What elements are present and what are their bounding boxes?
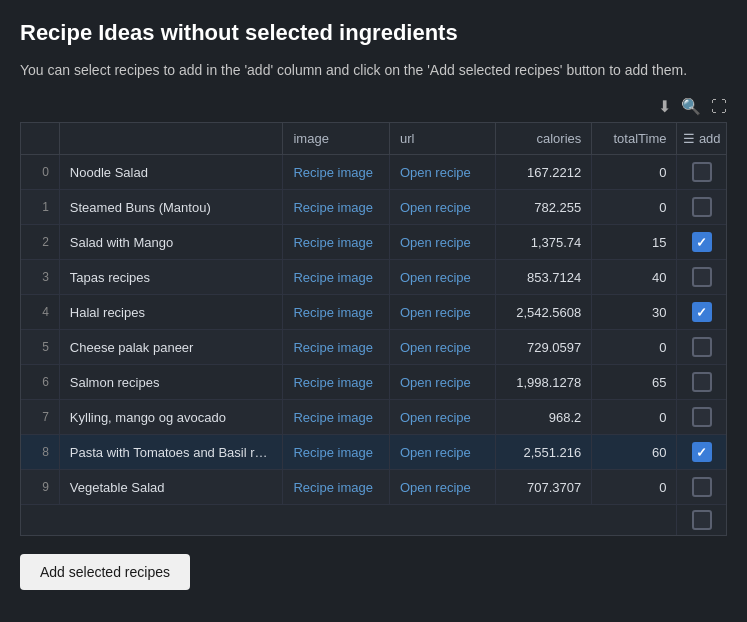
table-row: 0Noodle SaladRecipe imageOpen recipe167.… — [21, 155, 726, 190]
cell-url[interactable]: Open recipe — [389, 155, 495, 190]
recipes-table-wrapper: image url calories totalTime ☰ add 0Nood… — [20, 122, 727, 536]
col-header-image: image — [283, 123, 389, 155]
cell-image[interactable]: Recipe image — [283, 400, 389, 435]
cell-image[interactable]: Recipe image — [283, 365, 389, 400]
cell-index: 2 — [21, 225, 59, 260]
recipe-image-link[interactable]: Recipe image — [293, 340, 373, 355]
cell-url[interactable]: Open recipe — [389, 435, 495, 470]
recipe-image-link[interactable]: Recipe image — [293, 270, 373, 285]
cell-index: 0 — [21, 155, 59, 190]
add-checkbox[interactable] — [692, 337, 712, 357]
recipe-image-link[interactable]: Recipe image — [293, 375, 373, 390]
cell-calories: 2,542.5608 — [496, 295, 592, 330]
cell-add[interactable] — [677, 435, 726, 470]
recipe-image-link[interactable]: Recipe image — [293, 445, 373, 460]
recipe-url-link[interactable]: Open recipe — [400, 200, 471, 215]
cell-image[interactable]: Recipe image — [283, 260, 389, 295]
add-checkbox[interactable] — [692, 302, 712, 322]
cell-totaltime: 15 — [592, 225, 677, 260]
page-title: Recipe Ideas without selected ingredient… — [20, 20, 727, 46]
cell-image[interactable]: Recipe image — [283, 330, 389, 365]
search-icon[interactable]: 🔍 — [681, 97, 701, 116]
recipe-image-link[interactable]: Recipe image — [293, 200, 373, 215]
cell-name: Tapas recipes — [59, 260, 283, 295]
add-checkbox[interactable] — [692, 372, 712, 392]
add-checkbox[interactable] — [692, 407, 712, 427]
cell-name: Steamed Buns (Mantou) — [59, 190, 283, 225]
table-row: 4Halal recipesRecipe imageOpen recipe2,5… — [21, 295, 726, 330]
cell-add[interactable] — [677, 155, 726, 190]
add-checkbox[interactable] — [692, 267, 712, 287]
cell-image[interactable]: Recipe image — [283, 435, 389, 470]
recipe-url-link[interactable]: Open recipe — [400, 165, 471, 180]
cell-add[interactable] — [677, 260, 726, 295]
add-checkbox[interactable] — [692, 162, 712, 182]
cell-totaltime: 0 — [592, 155, 677, 190]
cell-image[interactable]: Recipe image — [283, 225, 389, 260]
cell-totaltime: 65 — [592, 365, 677, 400]
cell-index: 6 — [21, 365, 59, 400]
recipe-image-link[interactable]: Recipe image — [293, 480, 373, 495]
cell-calories: 853.7124 — [496, 260, 592, 295]
cell-url[interactable]: Open recipe — [389, 365, 495, 400]
table-row: 8Pasta with Tomatoes and Basil recipesRe… — [21, 435, 726, 470]
add-checkbox[interactable] — [692, 232, 712, 252]
cell-image[interactable]: Recipe image — [283, 155, 389, 190]
cell-index: 4 — [21, 295, 59, 330]
cell-name: Halal recipes — [59, 295, 283, 330]
recipe-url-link[interactable]: Open recipe — [400, 235, 471, 250]
cell-totaltime: 30 — [592, 295, 677, 330]
recipe-url-link[interactable]: Open recipe — [400, 480, 471, 495]
recipe-image-link[interactable]: Recipe image — [293, 305, 373, 320]
recipe-image-link[interactable]: Recipe image — [293, 410, 373, 425]
recipe-url-link[interactable]: Open recipe — [400, 305, 471, 320]
cell-index: 9 — [21, 470, 59, 505]
cell-add[interactable] — [677, 295, 726, 330]
col-header-name — [59, 123, 283, 155]
cell-url[interactable]: Open recipe — [389, 400, 495, 435]
table-row: 3Tapas recipesRecipe imageOpen recipe853… — [21, 260, 726, 295]
cell-url[interactable]: Open recipe — [389, 225, 495, 260]
cell-totaltime: 0 — [592, 400, 677, 435]
cell-calories: 729.0597 — [496, 330, 592, 365]
recipe-url-link[interactable]: Open recipe — [400, 375, 471, 390]
cell-index: 3 — [21, 260, 59, 295]
add-selected-recipes-button[interactable]: Add selected recipes — [20, 554, 190, 590]
recipe-url-link[interactable]: Open recipe — [400, 270, 471, 285]
add-checkbox[interactable] — [692, 477, 712, 497]
toolbar: ⬇ 🔍 ⛶ — [20, 97, 727, 116]
col-header-url: url — [389, 123, 495, 155]
add-checkbox[interactable] — [692, 442, 712, 462]
cell-add[interactable] — [677, 225, 726, 260]
cell-name: Kylling, mango og avocado — [59, 400, 283, 435]
recipe-url-link[interactable]: Open recipe — [400, 410, 471, 425]
recipe-url-link[interactable]: Open recipe — [400, 340, 471, 355]
cell-totaltime: 0 — [592, 470, 677, 505]
add-checkbox[interactable] — [692, 197, 712, 217]
recipes-table: image url calories totalTime ☰ add 0Nood… — [21, 123, 726, 535]
recipe-url-link[interactable]: Open recipe — [400, 445, 471, 460]
cell-url[interactable]: Open recipe — [389, 295, 495, 330]
cell-totaltime: 60 — [592, 435, 677, 470]
col-header-calories: calories — [496, 123, 592, 155]
cell-add[interactable] — [677, 470, 726, 505]
cell-url[interactable]: Open recipe — [389, 190, 495, 225]
cell-add[interactable] — [677, 190, 726, 225]
cell-image[interactable]: Recipe image — [283, 190, 389, 225]
cell-image[interactable]: Recipe image — [283, 295, 389, 330]
cell-add[interactable] — [677, 330, 726, 365]
cell-url[interactable]: Open recipe — [389, 470, 495, 505]
cell-url[interactable]: Open recipe — [389, 260, 495, 295]
recipe-image-link[interactable]: Recipe image — [293, 235, 373, 250]
cell-add[interactable] — [677, 365, 726, 400]
download-icon[interactable]: ⬇ — [658, 97, 671, 116]
recipe-image-link[interactable]: Recipe image — [293, 165, 373, 180]
cell-name: Vegetable Salad — [59, 470, 283, 505]
add-checkbox-partial[interactable] — [692, 510, 712, 530]
table-row-partial — [21, 505, 726, 536]
expand-icon[interactable]: ⛶ — [711, 98, 727, 116]
cell-url[interactable]: Open recipe — [389, 330, 495, 365]
cell-image[interactable]: Recipe image — [283, 470, 389, 505]
cell-add[interactable] — [677, 400, 726, 435]
table-row: 2Salad with MangoRecipe imageOpen recipe… — [21, 225, 726, 260]
